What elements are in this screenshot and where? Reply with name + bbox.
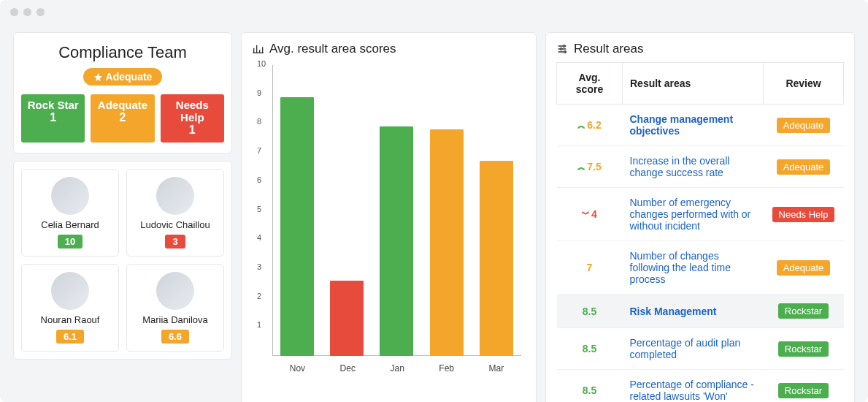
status-count: 1 xyxy=(164,124,221,137)
chart-ytick: 9 xyxy=(257,88,261,97)
status-box-green[interactable]: Rock Star1 xyxy=(21,94,85,143)
result-area-link[interactable]: Percentage of compliance - related lawsu… xyxy=(630,379,754,402)
table-row: 7Number of changes following the lead ti… xyxy=(557,241,844,295)
result-area-link[interactable]: Percentage of audit plan completed xyxy=(630,337,741,360)
chart-panel-title-text: Avg. result area scores xyxy=(269,42,396,56)
avg-score-value: 8.5 xyxy=(583,306,596,317)
status-label: Needs Help xyxy=(176,99,209,124)
col-avg-score: Avg. score xyxy=(557,63,623,105)
status-box-red[interactable]: Needs Help1 xyxy=(161,94,224,143)
avg-score-value: 7.5 xyxy=(587,161,601,172)
chart-ytick: 7 xyxy=(257,146,261,155)
chart-xlabel: Dec xyxy=(340,363,356,373)
window-control-max[interactable] xyxy=(37,8,45,16)
chart-bar[interactable] xyxy=(480,161,513,356)
review-tag: Adequate xyxy=(777,118,831,133)
svg-point-1 xyxy=(560,48,562,50)
person-score-badge: 10 xyxy=(58,235,82,249)
avg-score-value: 8.5 xyxy=(583,384,596,396)
avg-score-cell: ︽7.5 xyxy=(557,146,623,188)
table-row: ︽7.5Increase in the overall change succe… xyxy=(557,146,844,188)
review-cell: Needs Help xyxy=(764,188,844,241)
review-tag: Rockstar xyxy=(778,303,829,319)
team-title: Compliance Team xyxy=(21,43,224,62)
chart-xlabel: Mar xyxy=(489,363,504,373)
status-box-orange[interactable]: Adequate2 xyxy=(91,94,154,143)
status-label: Adequate xyxy=(98,99,147,111)
person-card[interactable]: Celia Bernard10 xyxy=(21,169,119,257)
result-area-cell: Percentage of audit plan completed xyxy=(623,328,764,370)
person-name: Nouran Raouf xyxy=(28,314,112,325)
result-areas-table: Avg. score Result areas Review ︽6.2Chang… xyxy=(556,62,844,402)
result-area-link[interactable]: Number of changes following the lead tim… xyxy=(630,250,731,285)
chart-ytick: 8 xyxy=(257,117,261,126)
trend-up-icon: ︽ xyxy=(577,162,584,171)
chart-xlabel: Feb xyxy=(439,363,454,373)
result-areas-title-text: Result areas xyxy=(574,42,643,56)
table-row: 8.5Percentage of audit plan completedRoc… xyxy=(557,328,844,370)
status-row: Rock Star1Adequate2Needs Help1 xyxy=(21,94,224,143)
chart-panel-title: Avg. result area scores xyxy=(252,42,526,56)
people-grid: Celia Bernard10Ludovic Chaillou3Nouran R… xyxy=(21,169,224,352)
trend-up-icon: ︽ xyxy=(577,121,584,129)
chart-ytick: 10 xyxy=(257,59,266,68)
chart-bars xyxy=(272,65,521,356)
col-review: Review xyxy=(764,63,844,105)
result-area-link[interactable]: Number of emergency changes performed wi… xyxy=(630,197,751,232)
person-score-badge: 6.6 xyxy=(161,330,189,344)
col-result-areas: Result areas xyxy=(623,63,764,105)
avg-score-cell: 8.5 xyxy=(557,370,623,403)
trend-down-icon: ︾ xyxy=(582,210,588,219)
person-card[interactable]: Mariia Danilova6.6 xyxy=(126,264,224,352)
chart-xlabel: Nov xyxy=(290,363,305,373)
chart-area: 12345678910 NovDecJanFebMar xyxy=(252,62,526,376)
window-titlebar xyxy=(0,0,868,23)
avg-score-value: 8.5 xyxy=(583,343,596,354)
people-panel: Celia Bernard10Ludovic Chaillou3Nouran R… xyxy=(13,161,232,360)
table-row: ︽6.2Change management objectivesAdequate xyxy=(557,105,844,146)
person-card[interactable]: Nouran Raouf6.1 xyxy=(21,264,119,352)
review-tag: Adequate xyxy=(777,159,831,175)
review-cell: Rockstar xyxy=(764,370,844,403)
person-score-badge: 3 xyxy=(165,235,185,249)
result-area-link[interactable]: Change management objectives xyxy=(630,113,734,137)
table-row: 8.5Risk ManagementRockstar xyxy=(557,295,844,328)
sliders-icon xyxy=(556,43,568,55)
left-column: Compliance Team Adequate Rock Star1Adequ… xyxy=(13,32,232,402)
chart-bar[interactable] xyxy=(380,126,413,356)
avg-score-cell: ︽6.2 xyxy=(557,105,623,146)
team-rating-label: Adequate xyxy=(106,71,153,83)
person-name: Mariia Danilova xyxy=(133,314,218,325)
result-tbody: ︽6.2Change management objectivesAdequate… xyxy=(557,105,844,403)
avg-score-cell: ︾4 xyxy=(557,188,623,241)
review-tag: Rockstar xyxy=(778,383,829,398)
status-label: Rock Star xyxy=(28,99,79,111)
avg-score-cell: 8.5 xyxy=(557,328,623,370)
status-count: 1 xyxy=(24,111,82,124)
avatar xyxy=(156,177,194,215)
review-cell: Adequate xyxy=(764,105,844,146)
chart-panel: Avg. result area scores 12345678910 NovD… xyxy=(241,32,537,402)
person-card[interactable]: Ludovic Chaillou3 xyxy=(126,169,224,257)
chart-bar[interactable] xyxy=(430,129,464,356)
table-row: 8.5Percentage of compliance - related la… xyxy=(557,370,844,403)
review-tag: Rockstar xyxy=(778,341,829,357)
review-cell: Adequate xyxy=(764,146,844,188)
result-areas-title: Result areas xyxy=(556,42,844,56)
window-control-min[interactable] xyxy=(23,8,31,16)
chart-ytick: 2 xyxy=(257,292,261,300)
avg-score-value: 7 xyxy=(587,262,593,273)
chart-bar[interactable] xyxy=(330,281,364,356)
window-control-close[interactable] xyxy=(10,8,18,16)
star-icon xyxy=(93,72,103,82)
chart-ytick: 1 xyxy=(257,320,261,329)
review-cell: Rockstar xyxy=(764,328,844,370)
chart-ytick: 4 xyxy=(257,233,261,242)
person-name: Ludovic Chaillou xyxy=(133,219,218,230)
result-area-link[interactable]: Risk Management xyxy=(630,306,717,317)
result-area-link[interactable]: Increase in the overall change success r… xyxy=(630,155,730,178)
app-window: Compliance Team Adequate Rock Star1Adequ… xyxy=(0,0,868,402)
chart-xlabels: NovDecJanFebMar xyxy=(272,363,521,373)
chart-bar[interactable] xyxy=(280,97,314,356)
dashboard-content: Compliance Team Adequate Rock Star1Adequ… xyxy=(0,23,868,402)
